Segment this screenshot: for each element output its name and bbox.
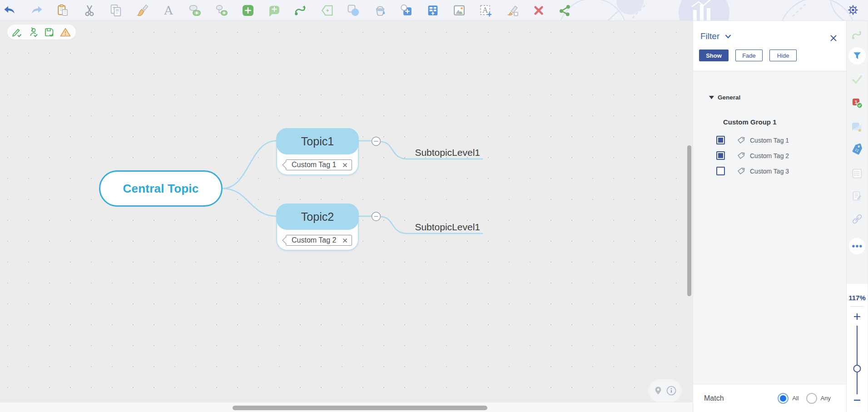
- filter-tag-row[interactable]: Custom Tag 1: [693, 135, 846, 145]
- undo-icon[interactable]: [0, 1, 20, 20]
- filter-tag-row[interactable]: Custom Tag 2: [693, 151, 846, 160]
- sync-status-pill: [7, 25, 76, 40]
- tag-remove-icon[interactable]: [342, 163, 347, 168]
- copy-icon[interactable]: [106, 1, 126, 20]
- add-topic-icon[interactable]: [238, 1, 258, 20]
- sticker-icon[interactable]: [397, 1, 417, 20]
- toolbar: A A: [0, 0, 868, 21]
- checkbox-custom-tag-2[interactable]: [716, 151, 725, 160]
- image-icon[interactable]: [449, 1, 469, 20]
- rail-comments-icon[interactable]: [851, 121, 863, 133]
- canvas-quick-tools: [648, 379, 682, 402]
- zoom-controls: 117%: [847, 284, 868, 412]
- filter-panel: Filter Show Fade Hide General Custom Gro…: [693, 21, 846, 412]
- filter-group-title: Custom Group 1: [693, 118, 846, 126]
- insert-topic-icon[interactable]: [185, 1, 205, 20]
- delete-icon[interactable]: [529, 1, 549, 20]
- radio-match-any[interactable]: [806, 393, 817, 404]
- right-icon-rail: 1 117%: [846, 21, 868, 412]
- checkbox-custom-tag-1[interactable]: [716, 136, 725, 144]
- central-topic-label: Central Topic: [123, 182, 199, 196]
- shapes-icon[interactable]: [343, 1, 363, 20]
- tag-remove-icon[interactable]: [342, 238, 347, 243]
- topic1-label: Topic1: [301, 135, 334, 148]
- font-icon[interactable]: A: [159, 1, 179, 20]
- rail-filter-icon[interactable]: [848, 47, 866, 65]
- warning-icon[interactable]: [60, 27, 71, 38]
- svg-text:A: A: [482, 6, 488, 15]
- filter-panel-title: Filter: [700, 31, 719, 41]
- horizontal-scrollbar[interactable]: [233, 406, 487, 410]
- redo-icon[interactable]: [26, 1, 46, 20]
- insert-subtopic-icon[interactable]: [212, 1, 232, 20]
- topic2-label: Topic2: [301, 210, 334, 223]
- rail-tag-icon[interactable]: [851, 144, 863, 156]
- zoom-slider-knob[interactable]: [853, 365, 861, 372]
- paste-icon[interactable]: [53, 1, 73, 20]
- locate-pin-icon[interactable]: [653, 386, 663, 396]
- fill-color-icon[interactable]: [370, 1, 390, 20]
- chart-icon[interactable]: [423, 1, 443, 20]
- text-box-icon[interactable]: A: [476, 1, 496, 20]
- tag-icon: [737, 167, 745, 175]
- cut-icon[interactable]: [79, 1, 99, 20]
- format-painter-icon[interactable]: [132, 1, 152, 20]
- rail-relationship-icon[interactable]: [851, 29, 863, 41]
- vertical-scrollbar[interactable]: [687, 145, 691, 296]
- match-label: Match: [704, 394, 724, 402]
- zoom-level: 117%: [848, 294, 866, 302]
- saved-icon: [44, 27, 55, 38]
- rail-outline-icon[interactable]: [851, 168, 863, 179]
- info-icon[interactable]: [666, 385, 677, 396]
- filter-section-general[interactable]: General: [693, 94, 846, 101]
- settings-gear-icon[interactable]: [847, 4, 859, 18]
- boundary-icon[interactable]: [317, 1, 337, 20]
- clear-format-icon[interactable]: [502, 1, 522, 20]
- zoom-in-icon[interactable]: [853, 312, 862, 321]
- rail-notes-icon[interactable]: [851, 190, 863, 202]
- zoom-slider[interactable]: [847, 325, 868, 395]
- mindmap-canvas[interactable]: Central Topic Topic1 Custom Tag 1 Topic2…: [0, 21, 693, 412]
- filter-mode-hide[interactable]: Hide: [769, 50, 797, 61]
- add-comment-icon[interactable]: [264, 1, 284, 20]
- topic1-node[interactable]: Topic1 Custom Tag 1: [276, 128, 359, 175]
- share-icon[interactable]: [555, 1, 575, 20]
- svg-text:A: A: [164, 4, 174, 17]
- topic2-tag[interactable]: Custom Tag 2: [286, 235, 352, 246]
- relationship-icon[interactable]: [291, 1, 311, 20]
- close-panel-icon[interactable]: [829, 34, 838, 43]
- topic1-tag[interactable]: Custom Tag 1: [286, 159, 352, 170]
- collaborators-synced-icon: [28, 27, 39, 38]
- filter-mode-fade[interactable]: Fade: [735, 50, 763, 61]
- subtopic1-node[interactable]: SubtopicLevel1: [407, 147, 480, 158]
- radio-match-all[interactable]: [778, 393, 789, 404]
- filter-tag-row[interactable]: Custom Tag 3: [693, 166, 846, 176]
- rail-check-icon[interactable]: [851, 74, 863, 85]
- tag-icon: [737, 136, 745, 144]
- rail-link-icon[interactable]: [851, 213, 863, 225]
- chevron-down-icon[interactable]: [724, 32, 732, 40]
- rail-more-icon[interactable]: [849, 238, 865, 254]
- zoom-out-icon[interactable]: [853, 398, 861, 402]
- tag-icon: [737, 152, 745, 159]
- subtopic2-node[interactable]: SubtopicLevel1: [407, 222, 480, 233]
- checkbox-custom-tag-3[interactable]: [716, 167, 725, 175]
- edit-synced-icon: [12, 27, 23, 38]
- rail-notification-icon[interactable]: 1: [851, 97, 863, 109]
- triangle-down-icon: [709, 96, 714, 99]
- topic2-node[interactable]: Topic2 Custom Tag 2: [276, 204, 359, 251]
- filter-mode-show[interactable]: Show: [699, 50, 729, 61]
- central-topic-node[interactable]: Central Topic: [99, 170, 223, 207]
